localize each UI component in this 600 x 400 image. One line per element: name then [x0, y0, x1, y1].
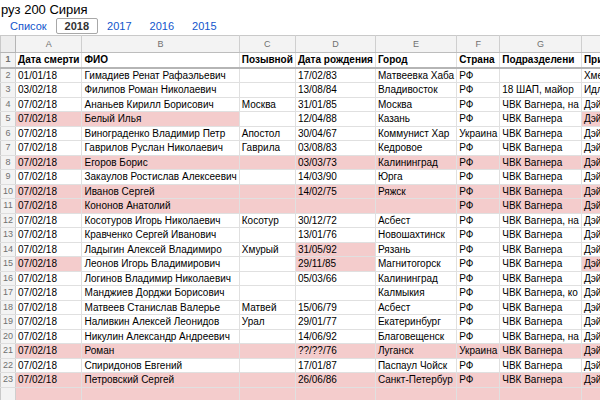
tab-2018[interactable]: 2018: [56, 18, 98, 34]
cell-A18[interactable]: 07/02/18: [16, 300, 82, 315]
cell-H13[interactable]: Дэйр-эз-Зор,: [581, 228, 600, 243]
cell-H8[interactable]: Дэйр-эз-Зор,: [581, 155, 600, 170]
cell-G20[interactable]: ЧВК Вагнера, на: [500, 329, 582, 344]
cell-E9[interactable]: Юрга: [375, 170, 456, 185]
cell-F9[interactable]: РФ: [457, 170, 500, 185]
cell-A22[interactable]: 07/02/18: [16, 358, 82, 373]
cell-D18[interactable]: 15/06/79: [295, 300, 375, 315]
row-number-12[interactable]: 12: [1, 213, 16, 228]
row-number-2[interactable]: 2: [1, 68, 16, 83]
cell-D14[interactable]: 31/05/92: [295, 242, 375, 257]
cell-F17[interactable]: РФ: [457, 286, 500, 301]
cell-F8[interactable]: РФ: [457, 155, 500, 170]
row-number-3[interactable]: 3: [1, 83, 16, 98]
cell-H19[interactable]: Дэйр-эз-Зор,: [581, 315, 600, 330]
cell-G15[interactable]: ЧВК Вагнера: [500, 257, 582, 272]
cell-D7[interactable]: 03/08/83: [295, 141, 375, 156]
cell-E13[interactable]: Новошахтинск: [375, 228, 456, 243]
cell-C4[interactable]: Москва: [239, 97, 295, 112]
cell-D22[interactable]: 17/01/87: [295, 358, 375, 373]
cell-C2[interactable]: [239, 68, 295, 83]
cell-A2[interactable]: 01/01/18: [16, 68, 82, 83]
cell-A12[interactable]: 07/02/18: [16, 213, 82, 228]
cell-H5[interactable]: Дэйр-эз-Зор,: [581, 112, 600, 127]
cell-D15[interactable]: 29/11/85: [295, 257, 375, 272]
column-header-G[interactable]: G: [500, 36, 582, 53]
cell-F13[interactable]: РФ: [457, 228, 500, 243]
row-number-19[interactable]: 19: [1, 315, 16, 330]
cell-F10[interactable]: РФ: [457, 184, 500, 199]
cell-Dx[interactable]: [295, 387, 375, 400]
cell-F1[interactable]: Страна: [457, 53, 500, 68]
cell-H1[interactable]: Примечания: [581, 53, 600, 68]
cell-H6[interactable]: Дэйр-эз-Зор,: [581, 126, 600, 141]
cell-B10[interactable]: Иванов Сергей: [82, 184, 239, 199]
column-header-B[interactable]: B: [82, 36, 239, 53]
cell-D21[interactable]: ??/??/76: [295, 344, 375, 359]
cell-H10[interactable]: Дэйр-эз-Зор,: [581, 184, 600, 199]
cell-A11[interactable]: 07/02/18: [16, 199, 82, 214]
cell-B5[interactable]: Белый Илья: [82, 112, 239, 127]
cell-G18[interactable]: ЧВК Вагнера: [500, 300, 582, 315]
cell-G8[interactable]: ЧВК Вагнера: [500, 155, 582, 170]
cell-Ex[interactable]: [375, 387, 456, 400]
cell-E20[interactable]: Благовещенск: [375, 329, 456, 344]
cell-C19[interactable]: Урал: [239, 315, 295, 330]
cell-C11[interactable]: [239, 199, 295, 214]
cell-D17[interactable]: [295, 286, 375, 301]
cell-C3[interactable]: [239, 83, 295, 98]
cell-A21[interactable]: 07/02/18: [16, 344, 82, 359]
cell-F18[interactable]: РФ: [457, 300, 500, 315]
cell-G9[interactable]: ЧВК Вагнера: [500, 170, 582, 185]
cell-A19[interactable]: 07/02/18: [16, 315, 82, 330]
cell-C14[interactable]: Хмурый: [239, 242, 295, 257]
cell-F5[interactable]: РФ: [457, 112, 500, 127]
cell-Gx[interactable]: [500, 387, 582, 400]
row-number-21[interactable]: 21: [1, 344, 16, 359]
cell-Hx[interactable]: [581, 387, 600, 400]
cell-H3[interactable]: Идлиб, сбит Су: [581, 83, 600, 98]
cell-G3[interactable]: 18 ШАП, майор: [500, 83, 582, 98]
cell-B13[interactable]: Кравченко Сергей Иванович: [82, 228, 239, 243]
cell-A17[interactable]: 07/02/18: [16, 286, 82, 301]
cell-A13[interactable]: 07/02/18: [16, 228, 82, 243]
column-header-E[interactable]: E: [375, 36, 456, 53]
cell-B19[interactable]: Наливкин Алексей Леонидов: [82, 315, 239, 330]
row-number-16[interactable]: 16: [1, 271, 16, 286]
tab-2017[interactable]: 2017: [98, 19, 140, 33]
cell-B3[interactable]: Филипов Роман Николаевич: [82, 83, 239, 98]
cell-A16[interactable]: 07/02/18: [16, 271, 82, 286]
cell-D11[interactable]: [295, 199, 375, 214]
cell-D20[interactable]: 14/06/92: [295, 329, 375, 344]
cell-D6[interactable]: 30/04/67: [295, 126, 375, 141]
cell-B11[interactable]: Кононов Анатолий: [82, 199, 239, 214]
cell-A23[interactable]: 07/02/18: [16, 373, 82, 388]
cell-B8[interactable]: Егоров Борис: [82, 155, 239, 170]
cell-E15[interactable]: Магнитогорск: [375, 257, 456, 272]
cell-G23[interactable]: ЧВК Вагнера: [500, 373, 582, 388]
cell-H7[interactable]: Дэйр-эз-Зор,: [581, 141, 600, 156]
cell-D4[interactable]: 31/01/85: [295, 97, 375, 112]
row-number-22[interactable]: 22: [1, 358, 16, 373]
cell-A9[interactable]: 07/02/18: [16, 170, 82, 185]
cell-G1[interactable]: Подразделени: [500, 53, 582, 68]
cell-H17[interactable]: Дэйр-эз-Зор,: [581, 286, 600, 301]
cell-G21[interactable]: ЧВК Вагнера: [500, 344, 582, 359]
cell-B12[interactable]: Косотуров Игорь Николаевич: [82, 213, 239, 228]
cell-A6[interactable]: 07/02/18: [16, 126, 82, 141]
row-number-9[interactable]: 9: [1, 170, 16, 185]
cell-F23[interactable]: РФ: [457, 373, 500, 388]
cell-F22[interactable]: РФ: [457, 358, 500, 373]
cell-D16[interactable]: 05/03/66: [295, 271, 375, 286]
cell-B20[interactable]: Никулин Александр Андреевич: [82, 329, 239, 344]
cell-A3[interactable]: 03/02/18: [16, 83, 82, 98]
cell-B6[interactable]: Винограденко Владимир Петр: [82, 126, 239, 141]
cell-G2[interactable]: [500, 68, 582, 83]
cell-F6[interactable]: Украина: [457, 126, 500, 141]
cell-B18[interactable]: Матвеев Станислав Валерье: [82, 300, 239, 315]
cell-G12[interactable]: ЧВК Вагнера, на: [500, 213, 582, 228]
cell-H22[interactable]: Дэйр-эз-Зор,: [581, 358, 600, 373]
cell-G7[interactable]: ЧВК Вагнера: [500, 141, 582, 156]
cell-C22[interactable]: [239, 358, 295, 373]
cell-G6[interactable]: ЧВК Вагнера: [500, 126, 582, 141]
